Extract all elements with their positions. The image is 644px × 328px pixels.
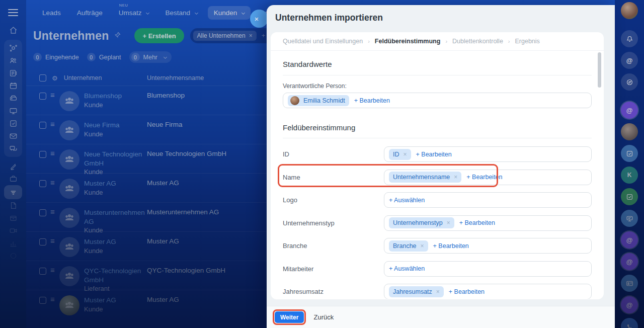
counter-filter[interactable]: 0 Eingehende	[33, 53, 79, 61]
field-action-link[interactable]: + Bearbeiten	[449, 288, 485, 295]
video-meeting-icon[interactable]	[4, 105, 22, 117]
notifications-bell-icon[interactable]	[621, 30, 638, 47]
copilot-icon[interactable]: @	[621, 52, 638, 69]
wizard-step[interactable]: › Ergebnis	[503, 38, 540, 45]
task-check-icon[interactable]	[621, 145, 638, 162]
tasks-icon[interactable]	[4, 117, 22, 130]
responsible-person-chip[interactable]: Emilia Schmidt	[288, 95, 349, 106]
workspaces-icon[interactable]	[4, 173, 22, 185]
documents-icon[interactable]	[4, 199, 22, 212]
contact-badge-k[interactable]: K	[621, 167, 638, 184]
employees-icon[interactable]	[4, 54, 22, 67]
mapped-field-chip[interactable]: Unternehmenstyp ×	[389, 217, 454, 228]
copilot-session-icon[interactable]: @	[621, 231, 638, 249]
video-icon[interactable]	[4, 224, 22, 237]
scrollbar[interactable]	[598, 52, 601, 88]
mail-icon[interactable]	[4, 130, 22, 142]
field-action-link[interactable]: + Bearbeiten	[416, 151, 452, 158]
edit-link[interactable]: + Bearbeiten	[354, 97, 390, 104]
counter-filter[interactable]: 0 Geplant	[87, 53, 121, 61]
copilot-session-icon[interactable]: @	[621, 253, 638, 270]
row-checkbox[interactable]	[39, 238, 46, 245]
field-action-link[interactable]: + Bearbeiten	[433, 242, 469, 250]
field-mapping-input[interactable]: Unternehmensname × + Bearbeiten	[384, 170, 592, 185]
user-avatar[interactable]	[621, 2, 638, 19]
filter-chip[interactable]: Alle Unternehmen ×	[193, 31, 257, 41]
drag-handle-icon[interactable]: ≡	[50, 295, 55, 303]
company-name-link[interactable]: BlumenshopKunde	[84, 92, 145, 109]
gear-icon[interactable]: ⚙	[52, 74, 58, 82]
row-checkbox[interactable]	[39, 93, 46, 100]
remove-mapping-icon[interactable]: ×	[404, 151, 407, 158]
company-name-link[interactable]: Muster AGKunde	[84, 179, 145, 197]
drag-handle-icon[interactable]: ≡	[50, 236, 55, 245]
row-checkbox[interactable]	[39, 297, 46, 304]
row-checkbox[interactable]	[39, 180, 46, 187]
next-button[interactable]: Weiter	[275, 311, 304, 323]
column-header-unternehmensname[interactable]: Unternehmensname	[147, 74, 204, 81]
field-mapping-input[interactable]: + Auswählen	[384, 261, 592, 277]
remove-mapping-icon[interactable]: ×	[421, 242, 424, 250]
mapped-field-chip[interactable]: ID ×	[389, 149, 411, 160]
task-done-icon[interactable]	[621, 188, 638, 205]
select-all-checkbox[interactable]	[39, 74, 46, 81]
column-header-unternehmen[interactable]: Unternehmen	[64, 74, 102, 81]
nav-item[interactable]: Aufträge	[71, 6, 109, 20]
copilot-active-icon[interactable]: @	[621, 102, 638, 119]
field-mapping-input[interactable]: + Auswählen	[384, 192, 592, 208]
contact-card-icon[interactable]	[621, 275, 638, 292]
remove-filter-icon[interactable]: ×	[249, 32, 253, 39]
chat-screen-icon[interactable]	[621, 210, 638, 227]
mapped-field-chip[interactable]: Unternehmensname ×	[389, 172, 461, 183]
drag-handle-icon[interactable]: ≡	[50, 207, 55, 216]
row-checkbox[interactable]	[39, 151, 46, 158]
back-button[interactable]: Zurück	[313, 313, 334, 321]
close-icon[interactable]: ×	[250, 10, 268, 28]
pin-icon[interactable]	[114, 31, 121, 41]
wizard-step[interactable]: › Feldübereinstimmung	[363, 38, 440, 45]
nav-item[interactable]: NEU Umsatz	[113, 6, 155, 20]
home-icon[interactable]	[4, 24, 22, 37]
analytics-icon[interactable]	[4, 237, 22, 250]
drag-handle-icon[interactable]: ≡	[50, 178, 55, 187]
company-name-link[interactable]: Muster AGKunde	[84, 296, 145, 313]
drag-handle-icon[interactable]: ≡	[50, 149, 55, 157]
field-mapping-input[interactable]: Unternehmenstyp × + Bearbeiten	[384, 215, 592, 231]
more-apps-icon[interactable]	[4, 250, 22, 262]
row-checkbox[interactable]	[39, 209, 46, 216]
row-checkbox[interactable]	[39, 268, 46, 275]
contact-avatar[interactable]	[621, 123, 638, 140]
field-mapping-input[interactable]: Jahresumsatz × + Bearbeiten	[384, 284, 592, 299]
calendar-icon[interactable]	[4, 79, 22, 92]
filter-active-icon[interactable]	[4, 185, 22, 199]
nav-item[interactable]: Leads	[36, 6, 67, 20]
responsible-person-field[interactable]: Emilia Schmidt + Bearbeiten	[283, 93, 592, 108]
company-name-link[interactable]: Muster AGKunde	[84, 237, 145, 255]
drag-handle-icon[interactable]: ≡	[50, 266, 55, 274]
field-action-link[interactable]: + Auswählen	[389, 265, 425, 272]
counter-filter[interactable]: 0 Mehr	[129, 51, 172, 63]
remove-mapping-icon[interactable]: ×	[447, 219, 450, 226]
mapped-field-chip[interactable]: Branche ×	[389, 240, 428, 252]
nav-item[interactable]: Bestand	[159, 6, 203, 20]
drive-icon[interactable]	[4, 92, 22, 105]
company-name-link[interactable]: Neue FirmaKunde	[84, 121, 145, 138]
field-action-link[interactable]: + Auswählen	[389, 197, 425, 204]
remove-mapping-icon[interactable]: ×	[436, 288, 440, 295]
wizard-step[interactable]: › Dublettenkontrolle	[440, 38, 503, 45]
row-checkbox[interactable]	[39, 122, 46, 129]
mapped-field-chip[interactable]: Jahresumsatz ×	[389, 286, 444, 297]
field-action-link[interactable]: + Bearbeiten	[459, 219, 495, 226]
chat-history-icon[interactable]	[621, 73, 638, 91]
drag-handle-icon[interactable]: ≡	[50, 91, 55, 99]
sign-icon[interactable]	[4, 160, 22, 173]
field-action-link[interactable]: + Bearbeiten	[466, 174, 502, 181]
menu-icon[interactable]	[7, 7, 19, 18]
field-mapping-input[interactable]: ID × + Bearbeiten	[384, 146, 592, 162]
feed-icon[interactable]	[4, 67, 22, 79]
create-button[interactable]: + Erstellen	[134, 28, 184, 43]
messenger-icon[interactable]	[4, 142, 22, 155]
crm-network-icon[interactable]	[4, 42, 22, 54]
phone-icon[interactable]	[621, 318, 638, 328]
remove-mapping-icon[interactable]: ×	[454, 174, 457, 181]
